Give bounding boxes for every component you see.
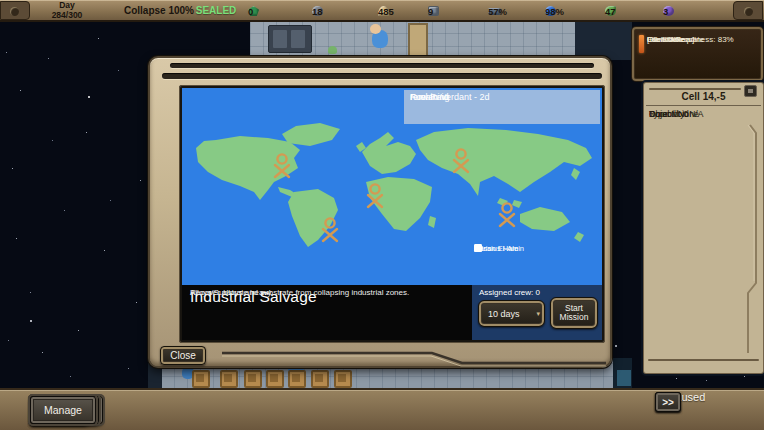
mission-controls: Assigned crew: 0 10 days ▾ Start Mission [472, 285, 602, 340]
fix-blockers-link[interactable]: [Fix blockers] [647, 33, 694, 46]
divider [646, 105, 761, 106]
crate-sprite [288, 370, 306, 388]
dark-room [575, 22, 632, 60]
game-root: Day 284/300 Collapse 100% SEALED 0184859… [0, 0, 764, 430]
assigned-crew-count: Assigned crew: 0 [479, 288, 540, 297]
console-sprite [617, 370, 631, 386]
ship-scene-top [250, 22, 632, 60]
mission-description: Industrial Salvage Recover alloys and su… [182, 285, 472, 340]
cell-title: Cell 14,-5 [644, 91, 763, 102]
crate-sprite [311, 370, 329, 388]
mission-marker-south-atlantic[interactable] [319, 216, 341, 244]
crate-sprite [334, 370, 352, 388]
crew-sprite-head [370, 24, 381, 34]
crate-sprite [192, 370, 210, 388]
frame-decor-lines [160, 342, 608, 368]
resource-value: 18 [312, 6, 323, 17]
resource-value: 0 [248, 6, 253, 17]
world-map-screen: Fuel Raid Rowan Verdant - 2d remaining A… [182, 88, 602, 340]
cell-property: Durability: N/A [649, 108, 703, 121]
crate-sprite [244, 370, 262, 388]
panel-bevel-decor [644, 83, 763, 373]
crate-sprite [220, 370, 238, 388]
mission-detail-panel: Industrial Salvage Recover alloys and su… [182, 285, 602, 340]
resource-value: 485 [378, 6, 394, 17]
cell-info-panel: Cell 14,-5 Type: VoidObject: NoneRoomId:… [644, 83, 763, 373]
duration-select[interactable]: 10 days ▾ [478, 300, 545, 327]
mission-map-dialog: Fuel Raid Rowan Verdant - 2d remaining A… [148, 56, 612, 368]
crate-sprite [266, 370, 284, 388]
door-sprite [408, 23, 428, 59]
chevron-down-icon: ▾ [536, 310, 540, 318]
divider [648, 359, 759, 361]
resource-bar: Day 284/300 Collapse 100% SEALED 0184859… [0, 0, 764, 22]
warning-indicator-icon [639, 35, 644, 53]
resource-value: 47 [605, 6, 616, 17]
resource-value: 3 [663, 6, 668, 17]
duration-value: 10 days [488, 309, 520, 319]
close-button[interactable]: Close [160, 346, 206, 365]
start-mission-button[interactable]: Start Mission [550, 297, 598, 329]
bottom-toolbar: BuildOrdersZonesMissionsResearchOverlays… [0, 388, 764, 430]
mission-desc-line: Alloys/Substrate heavy. [190, 288, 273, 299]
mission-marker-central-asia[interactable] [450, 147, 472, 175]
launch-readiness-panel: Launch Readiness: 83% Fuel: OK Crew: Ade… [632, 27, 763, 81]
mission-info-line: remaining [410, 92, 450, 103]
mission-marker-west-africa[interactable] [364, 182, 386, 210]
frame-groove [162, 73, 602, 79]
crew-name: Cassius Hale [474, 244, 518, 253]
resource-value: 57% [488, 6, 507, 17]
resource-list: 018485957%98%473 [0, 0, 764, 22]
mission-marker-north-america[interactable] [271, 152, 293, 180]
speed-up-button[interactable]: >> [655, 392, 681, 412]
toolbar-button-manage[interactable]: Manage [30, 396, 96, 424]
active-mission-info: Fuel Raid Rowan Verdant - 2d remaining [404, 90, 600, 124]
frame-groove [170, 63, 594, 68]
mission-marker-australia[interactable] [496, 201, 518, 229]
plant-sprite [328, 46, 337, 54]
panel-handle [649, 88, 741, 90]
resource-value: 98% [545, 6, 564, 17]
resource-value: 9 [428, 6, 433, 17]
machine-sprite [268, 25, 312, 53]
